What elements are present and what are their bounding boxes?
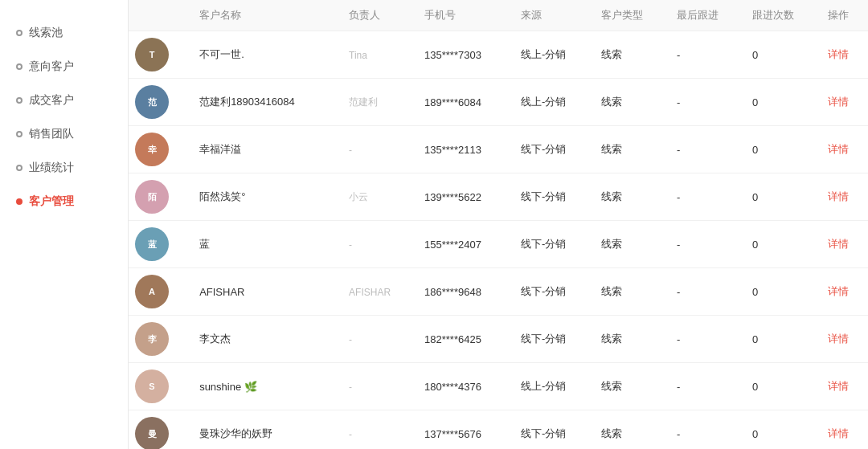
cell-follow-count: 0 [746,410,821,450]
cell-action: 详情 [821,268,868,316]
cell-phone: 135****2113 [418,126,514,173]
cell-action: 详情 [821,221,868,268]
cell-name: sunshine 🌿 [193,363,342,410]
avatar: 陌 [135,180,169,214]
sidebar-item-leads-pool[interactable]: 线索池 [0,16,128,50]
sidebar-dot [16,131,23,137]
cell-type: 线索 [595,221,670,268]
sidebar-item-customer-management[interactable]: 客户管理 [0,185,128,218]
detail-link[interactable]: 详情 [828,427,849,439]
table-row: T 不可一世. Tina 135****7303 线上-分销 线索 - 0 详情 [129,31,868,79]
cell-source: 线下-分销 [514,221,595,268]
col-name: 客户名称 [193,0,342,31]
cell-manager: 小云 [342,173,418,221]
cell-source: 线上-分销 [514,363,595,410]
sidebar-dot [16,30,23,36]
cell-last-follow: - [670,316,746,363]
avatar: 曼 [135,417,169,449]
sidebar-item-performance-stats[interactable]: 业绩统计 [0,151,128,185]
cell-last-follow: - [670,173,746,221]
sidebar-dot [16,198,23,205]
sidebar-label: 线索池 [29,26,63,40]
cell-type: 线索 [595,173,670,221]
avatar: 蓝 [135,227,169,261]
cell-type: 线索 [595,79,670,126]
detail-link[interactable]: 详情 [828,96,849,108]
col-action: 操作 [821,0,868,31]
cell-manager: Tina [342,31,418,79]
avatar-text: T [149,50,155,59]
detail-link[interactable]: 详情 [828,190,849,202]
avatar: S [135,369,169,403]
cell-name: 蓝 [193,221,342,268]
col-manager: 负责人 [342,0,418,31]
cell-action: 详情 [821,79,868,126]
sidebar-item-potential-customers[interactable]: 意向客户 [0,50,128,84]
sidebar-label: 意向客户 [29,59,74,74]
sidebar-dot [16,165,23,171]
col-last-follow: 最后跟进 [670,0,746,31]
table-row: 幸 幸福洋溢 - 135****2113 线下-分销 线索 - 0 详情 [129,126,868,173]
cell-action: 详情 [821,173,868,221]
cell-type: 线索 [595,126,670,173]
cell-last-follow: - [670,268,746,316]
table-row: S sunshine 🌿 - 180****4376 线上-分销 线索 - 0 … [129,363,868,410]
cell-follow-count: 0 [746,31,821,79]
cell-last-follow: - [670,363,746,410]
avatar-text: 李 [148,333,157,345]
cell-action: 详情 [821,126,868,173]
cell-action: 详情 [821,363,868,410]
cell-avatar: S [129,363,193,410]
detail-link[interactable]: 详情 [828,143,849,155]
table-header-row: 客户名称 负责人 手机号 来源 客户类型 最后跟进 跟进次数 操作 [129,0,868,31]
cell-manager: AFISHAR [342,268,418,316]
cell-last-follow: - [670,221,746,268]
cell-follow-count: 0 [746,79,821,126]
cell-name: 不可一世. [193,31,342,79]
cell-last-follow: - [670,410,746,450]
col-follow-count: 跟进次数 [746,0,821,31]
cell-name: 曼珠沙华的妖野 [193,410,342,450]
main-content: 客户名称 负责人 手机号 来源 客户类型 最后跟进 跟进次数 操作 T 不可一世… [129,0,868,449]
sidebar-item-sales-team[interactable]: 销售团队 [0,117,128,151]
cell-source: 线下-分销 [514,126,595,173]
sidebar-dot [16,97,23,104]
sidebar: 线索池 意向客户 成交客户 销售团队 业绩统计 客户管理 [0,0,129,449]
sidebar-dot [16,63,23,70]
avatar-text: 曼 [148,428,157,440]
detail-link[interactable]: 详情 [828,48,849,60]
cell-manager: - [342,221,418,268]
cell-avatar: A [129,268,193,316]
avatar: 李 [135,322,169,356]
cell-manager: - [342,410,418,450]
detail-link[interactable]: 详情 [828,333,849,345]
detail-link[interactable]: 详情 [828,380,849,392]
detail-link[interactable]: 详情 [828,285,849,297]
sidebar-item-closed-customers[interactable]: 成交客户 [0,84,128,117]
cell-avatar: T [129,31,193,79]
table-row: 李 李文杰 - 182****6425 线下-分销 线索 - 0 详情 [129,316,868,363]
cell-source: 线下-分销 [514,173,595,221]
col-avatar [129,0,193,31]
cell-type: 线索 [595,363,670,410]
cell-last-follow: - [670,31,746,79]
cell-source: 线上-分销 [514,79,595,126]
cell-phone: 135****7303 [418,31,514,79]
cell-follow-count: 0 [746,173,821,221]
cell-phone: 137****5676 [418,410,514,450]
avatar: 幸 [135,133,169,166]
cell-avatar: 蓝 [129,221,193,268]
detail-link[interactable]: 详情 [828,238,849,250]
sidebar-label: 业绩统计 [29,161,74,175]
cell-type: 线索 [595,268,670,316]
cell-follow-count: 0 [746,316,821,363]
sidebar-label: 成交客户 [29,93,74,108]
cell-type: 线索 [595,410,670,450]
avatar-text: 陌 [148,191,157,203]
cell-source: 线下-分销 [514,316,595,363]
cell-phone: 139****5622 [418,173,514,221]
table-row: 范 范建利18903416084 范建利 189****6084 线上-分销 线… [129,79,868,126]
cell-follow-count: 0 [746,126,821,173]
cell-phone: 189****6084 [418,79,514,126]
cell-follow-count: 0 [746,363,821,410]
